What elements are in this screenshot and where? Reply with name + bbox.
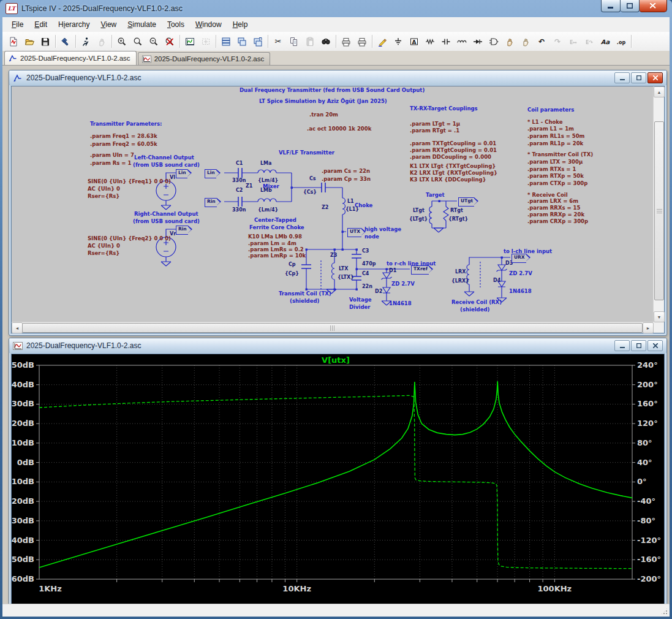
run-simulation-button[interactable]: [78, 34, 94, 49]
save-icon: [40, 37, 50, 47]
place-component-button[interactable]: [486, 34, 502, 49]
net-port-urx[interactable]: URX: [512, 254, 526, 263]
schematic-text: Rser={Rs}: [88, 250, 119, 256]
menu-tools[interactable]: Tools: [162, 18, 190, 31]
zoom-in-button[interactable]: [114, 34, 130, 49]
scroll-up-arrow[interactable]: ▲: [654, 86, 665, 97]
tab-schematic[interactable]: 2025-DualFrequency-VLF1.0-2.asc: [4, 51, 137, 65]
place-ground-button[interactable]: [390, 34, 406, 49]
net-port-lin[interactable]: Lin: [205, 169, 216, 178]
schematic-text: Left-Channel Output: [134, 154, 194, 161]
copy-icon: [289, 37, 299, 47]
menu-help[interactable]: Help: [227, 18, 254, 31]
vscroll-thumb[interactable]: [654, 121, 664, 300]
drag-button[interactable]: [518, 34, 534, 49]
scroll-right-arrow[interactable]: ►: [643, 322, 654, 333]
schematic-text: .param RRXp = 20k: [527, 211, 584, 218]
hscroll-thumb[interactable]: [22, 323, 643, 333]
place-component-icon: [489, 37, 499, 47]
schematic-minimize-button[interactable]: [614, 72, 630, 83]
move-button[interactable]: [502, 34, 518, 49]
schematic-vscrollbar[interactable]: ▲ ▼: [653, 86, 664, 322]
schematic-canvas[interactable]: Dual Frequency Transmitter (fed from USB…: [12, 86, 654, 322]
cascade-windows-button[interactable]: [250, 34, 266, 49]
print-preview-button[interactable]: [338, 34, 354, 49]
schematic-text: .param RTgt = .1: [410, 127, 459, 134]
zoom-out-button[interactable]: [146, 34, 162, 49]
schematic-text: C1: [236, 161, 243, 167]
menu-window[interactable]: Window: [190, 18, 227, 31]
spice-directive-icon: .op: [616, 37, 626, 47]
place-inductor-button[interactable]: [454, 34, 470, 49]
schematic-window-titlebar: 2025-DualFrequency-VLF1.0-2.asc: [9, 70, 666, 85]
net-port-utx[interactable]: UTX: [347, 228, 361, 237]
menu-edit[interactable]: Edit: [29, 18, 53, 31]
svg-text:-60dB: -60dB: [12, 574, 34, 583]
schematic-text: Transmit Coil (TX): [279, 291, 331, 297]
print-button[interactable]: [354, 34, 370, 49]
schematic-text: Receive Coil (RX): [451, 299, 502, 305]
zoom-full-extents-button[interactable]: [162, 34, 178, 49]
resize-grip[interactable]: [660, 607, 668, 615]
scroll-left-arrow[interactable]: ◄: [12, 322, 23, 333]
schematic-text: LTX: [339, 266, 348, 272]
new-schematic-button[interactable]: [6, 34, 21, 49]
toolbar-separator: [111, 35, 112, 48]
copy-button[interactable]: [286, 34, 302, 49]
waveform-minimize-button[interactable]: [614, 340, 630, 351]
zoom-back-button[interactable]: [130, 34, 146, 49]
place-text-button[interactable]: Aa: [597, 34, 613, 49]
schematic-text: K2 LRX LTgt {RXTgtCoupling}: [410, 170, 497, 176]
menu-file[interactable]: File: [6, 18, 29, 31]
place-diode-button[interactable]: [470, 34, 486, 49]
schematic-hscrollbar[interactable]: ◄ ►: [12, 322, 654, 333]
open-file-button[interactable]: [21, 34, 37, 49]
spice-directive-button[interactable]: .op: [613, 34, 629, 49]
net-port-utgt[interactable]: UTgt: [458, 197, 474, 207]
run-simulation-icon: [81, 37, 91, 47]
undo-button[interactable]: ↶: [534, 34, 549, 49]
zoom-rectangle-icon: [201, 37, 211, 47]
waveform-close-button[interactable]: [647, 340, 663, 351]
schematic-window: 2025-DualFrequency-VLF1.0-2.asc: [9, 70, 667, 336]
schematic-maximize-button[interactable]: [631, 72, 646, 83]
minimize-button[interactable]: [601, 0, 621, 12]
menu-simulate[interactable]: Simulate: [122, 18, 162, 31]
place-capacitor-button[interactable]: [438, 34, 454, 49]
tab-waveform[interactable]: 2025-DualFrequency-VLF1.0-2.asc: [138, 52, 271, 65]
net-port-rin[interactable]: Rin: [205, 198, 217, 207]
autorange-y-axis-button[interactable]: [182, 34, 198, 49]
draw-wire-button[interactable]: [374, 34, 390, 49]
waveform-plot[interactable]: 50dB40dB30dB20dB10dB0dB-10dB-20dB-30dB-4…: [12, 354, 664, 604]
menu-hierarchy[interactable]: Hierarchy: [53, 18, 95, 31]
schematic-text: Transmitter Parameters:: [90, 121, 162, 127]
schematic-text: Z1: [246, 183, 252, 189]
schematic-text: {RTgt}: [448, 216, 468, 222]
schematic-text: .param Rs = 1: [90, 160, 131, 166]
schematic-text: .param RRXs = 15: [527, 205, 580, 211]
cut-button[interactable]: ✂: [270, 34, 286, 49]
tile-horizontal-button[interactable]: [218, 34, 234, 49]
place-net-label-button[interactable]: A: [406, 34, 422, 49]
net-port-rin[interactable]: Rin: [176, 226, 188, 235]
trace-label[interactable]: V[utx]: [322, 355, 350, 365]
maximize-button[interactable]: [621, 0, 640, 12]
waveform-maximize-button[interactable]: [631, 340, 646, 351]
net-port-txref[interactable]: TXref: [411, 265, 429, 275]
control-panel-button[interactable]: [58, 34, 74, 49]
place-net-label-icon: A: [409, 37, 419, 47]
schematic-text: .param RL1s = 50m: [527, 133, 584, 139]
save-button[interactable]: [37, 34, 53, 49]
scroll-down-arrow[interactable]: ▼: [654, 311, 665, 322]
waveform-window-titlebar: 2025-DualFrequency-VLF1.0-2.asc: [9, 338, 666, 353]
net-port-lin[interactable]: Lin: [176, 169, 187, 178]
place-resistor-icon: [425, 37, 435, 47]
schematic-text: .param RTXp = 50k: [527, 173, 584, 179]
close-button[interactable]: [640, 0, 667, 12]
svg-text:-160°: -160°: [637, 555, 661, 564]
find-button[interactable]: [318, 34, 334, 49]
tile-vertical-button[interactable]: [234, 34, 250, 49]
menu-view[interactable]: View: [95, 18, 122, 31]
place-resistor-button[interactable]: [422, 34, 438, 49]
schematic-close-button[interactable]: [647, 72, 663, 83]
